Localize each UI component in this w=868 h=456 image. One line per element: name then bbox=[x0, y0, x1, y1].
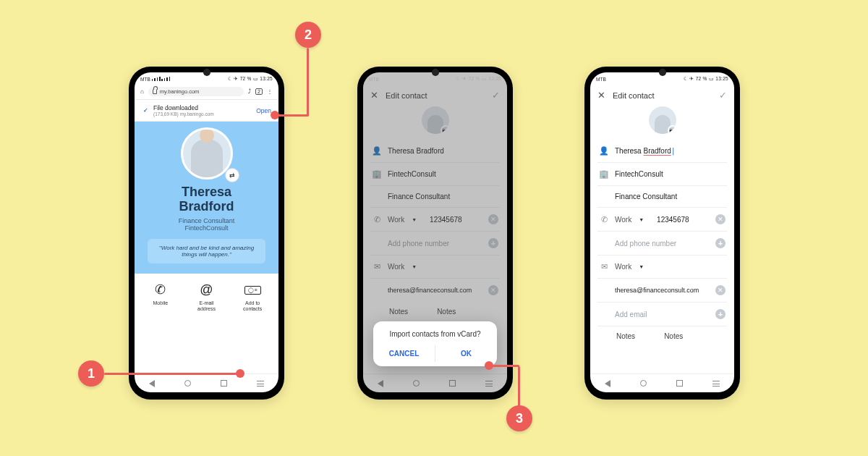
camera-notch bbox=[432, 69, 439, 76]
toast-open-button[interactable]: Open bbox=[256, 107, 271, 114]
camera-icon: 📷 bbox=[668, 125, 676, 134]
chevron-down-icon[interactable]: ▼ bbox=[639, 217, 644, 222]
confirm-icon[interactable]: ✓ bbox=[719, 90, 727, 101]
callout-badge-2: 2 bbox=[295, 22, 321, 48]
modal-backdrop: Import contacts from vCard? CANCEL OK bbox=[363, 72, 507, 392]
company-field[interactable]: 🏢 FintechConsult bbox=[597, 163, 727, 186]
ok-button[interactable]: OK bbox=[435, 345, 497, 362]
action-row: ✆ Mobile @ E-mail address ◯≡ Add to cont… bbox=[135, 274, 278, 316]
android-nav-bar bbox=[590, 373, 734, 392]
email-field[interactable]: ✉ Work▼ bbox=[597, 256, 727, 279]
callout-dot bbox=[271, 111, 279, 119]
add-icon[interactable]: + bbox=[715, 238, 726, 248]
action-add-contact[interactable]: ◯≡ Add to contacts bbox=[231, 282, 274, 312]
action-email[interactable]: @ E-mail address bbox=[184, 282, 228, 312]
at-icon: @ bbox=[184, 282, 228, 298]
callout-line bbox=[492, 365, 519, 367]
url-text: my.baningo.com bbox=[160, 88, 199, 95]
battery-label: 72 % bbox=[240, 76, 252, 81]
nav-back-icon[interactable] bbox=[605, 380, 610, 387]
phone-browser-profile: MTB ☾ ✈︎ 72 % ▭ 13:25 ⌂ my.baningo.com ⤴… bbox=[129, 67, 284, 400]
add-icon[interactable]: + bbox=[715, 309, 726, 319]
android-nav-bar bbox=[135, 373, 278, 392]
nav-back-icon[interactable] bbox=[149, 380, 155, 387]
contact-card-icon: ◯≡ bbox=[231, 282, 274, 298]
profile-share-button[interactable]: ⇄ bbox=[225, 168, 239, 182]
cancel-button[interactable]: CANCEL bbox=[373, 345, 435, 362]
browser-toolbar: ⌂ my.baningo.com ⤴ 2 ⋮ bbox=[135, 84, 278, 100]
phone-icon: ✆ bbox=[139, 282, 182, 298]
profile-company: FintechConsult bbox=[145, 224, 268, 232]
mail-icon: ✉ bbox=[599, 262, 609, 271]
header-title: Edit contact bbox=[613, 91, 654, 100]
phone-edit-contact-dialog: MTB ☾ ✈︎ 72 % ▭ 13:25 ✕ Edit contact ✓ 📷… bbox=[357, 67, 513, 400]
edit-contact-header: ✕ Edit contact ✓ bbox=[590, 84, 734, 105]
nav-recent-icon[interactable] bbox=[221, 380, 227, 387]
chevron-down-icon[interactable]: ▼ bbox=[639, 264, 644, 269]
toast-title: File downloaded bbox=[153, 104, 252, 111]
job-field[interactable]: Finance Consultant bbox=[597, 186, 727, 208]
remove-icon[interactable]: ✕ bbox=[715, 285, 726, 295]
home-icon[interactable]: ⌂ bbox=[140, 88, 144, 95]
lock-icon bbox=[153, 89, 157, 94]
building-icon: 🏢 bbox=[599, 169, 609, 179]
phone-field[interactable]: ✆ Work▼ 12345678 ✕ bbox=[597, 208, 727, 232]
phone-icon: ✆ bbox=[599, 215, 609, 224]
avatar bbox=[181, 127, 233, 180]
action-mobile[interactable]: ✆ Mobile bbox=[139, 282, 182, 312]
profile-card: ⇄ Theresa Bradford Finance Consultant Fi… bbox=[135, 122, 278, 274]
email-value-row[interactable]: theresa@financeconsult.com ✕ bbox=[597, 279, 727, 303]
toast-subtitle: (173,69 KB) my.baningo.com bbox=[153, 111, 252, 117]
notes-row[interactable]: Notes Notes bbox=[597, 326, 727, 342]
nav-home-icon[interactable] bbox=[184, 380, 191, 387]
import-vcard-dialog: Import contacts from vCard? CANCEL OK bbox=[373, 321, 497, 366]
download-toast: ✓ File downloaded (173,69 KB) my.baningo… bbox=[135, 100, 278, 122]
profile-name-line2: Bradford bbox=[145, 200, 268, 214]
phone-edit-contact: MTB ☾ ✈︎ 72 % ▭ 13:25 ✕ Edit contact ✓ 📷… bbox=[584, 67, 740, 400]
nav-home-icon[interactable] bbox=[640, 380, 647, 387]
profile-name-line1: Theresa bbox=[145, 185, 268, 200]
remove-icon[interactable]: ✕ bbox=[715, 214, 726, 224]
close-icon[interactable]: ✕ bbox=[597, 90, 605, 101]
avatar[interactable]: 📷 bbox=[649, 106, 676, 134]
callout-line bbox=[104, 373, 237, 375]
url-bar[interactable]: my.baningo.com bbox=[148, 87, 244, 96]
dialog-title: Import contacts from vCard? bbox=[373, 330, 497, 345]
name-field[interactable]: 👤 Theresa Bradford| bbox=[597, 140, 727, 163]
add-email-row[interactable]: Add email + bbox=[597, 303, 727, 326]
more-icon[interactable]: ⋮ bbox=[267, 88, 273, 95]
text-cursor: | bbox=[671, 147, 676, 155]
add-phone-row[interactable]: Add phone number + bbox=[597, 232, 727, 256]
callout-badge-3: 3 bbox=[506, 405, 532, 431]
nav-menu-icon[interactable] bbox=[257, 381, 264, 387]
share-icon[interactable]: ⤴ bbox=[248, 88, 251, 95]
callout-dot bbox=[236, 369, 244, 378]
callout-dot bbox=[485, 361, 493, 370]
carrier-label: MTB bbox=[140, 77, 150, 82]
camera-notch bbox=[203, 69, 210, 76]
profile-quote: "Work hard and be kind and amazing thing… bbox=[148, 239, 265, 263]
clock-label: 13:25 bbox=[260, 76, 273, 81]
nav-recent-icon[interactable] bbox=[676, 380, 683, 387]
camera-notch bbox=[659, 69, 666, 76]
profile-title: Finance Consultant bbox=[145, 217, 268, 224]
person-icon: 👤 bbox=[599, 146, 609, 156]
callout-line bbox=[307, 48, 309, 116]
check-icon: ✓ bbox=[142, 107, 149, 114]
callout-line bbox=[518, 366, 520, 407]
callout-badge-1: 1 bbox=[78, 360, 104, 387]
nav-menu-icon[interactable] bbox=[712, 381, 720, 387]
callout-line bbox=[276, 114, 309, 117]
tabs-icon[interactable]: 2 bbox=[255, 88, 263, 95]
